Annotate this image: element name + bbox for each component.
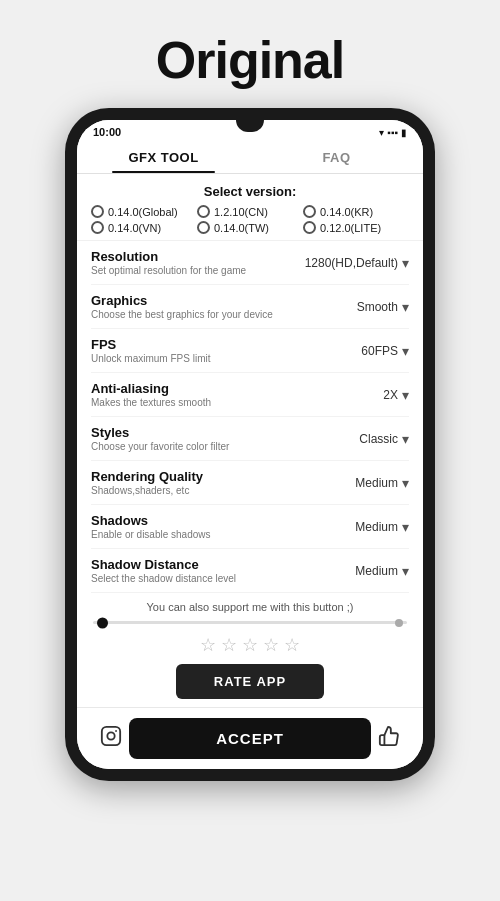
accept-button[interactable]: ACCEPT (129, 718, 371, 759)
setting-label-shadows: Shadows (91, 513, 355, 528)
settings-list: Resolution Set optimal resolution for th… (77, 241, 423, 593)
styles-dropdown-icon: ▾ (402, 431, 409, 447)
radio-3[interactable] (91, 221, 104, 234)
antialiasing-value-text: 2X (383, 388, 398, 402)
star-1[interactable]: ☆ (200, 634, 216, 656)
shadow-distance-dropdown-icon: ▾ (402, 563, 409, 579)
rate-btn-row: RATE APP (77, 662, 423, 707)
version-title: Select version: (91, 184, 409, 199)
page-title: Original (156, 30, 344, 90)
tab-gfx-tool[interactable]: GFX TOOL (77, 140, 250, 173)
version-label-4: 0.14.0(TW) (214, 222, 269, 234)
graphics-value-text: Smooth (357, 300, 398, 314)
setting-label-styles: Styles (91, 425, 359, 440)
setting-desc-antialiasing: Makes the textures smooth (91, 397, 383, 408)
setting-row-fps: FPS Unlock maximum FPS limit 60FPS ▾ (91, 329, 409, 373)
slider-thumb-right (395, 619, 403, 627)
wifi-icon: ▾ (379, 127, 384, 138)
antialiasing-dropdown-icon: ▾ (402, 387, 409, 403)
setting-row-shadows: Shadows Enable or disable shadows Medium… (91, 505, 409, 549)
version-option-0[interactable]: 0.14.0(Global) (91, 205, 197, 218)
setting-label-resolution: Resolution (91, 249, 305, 264)
svg-point-1 (107, 732, 114, 739)
phone-frame: 10:00 ▾ ▪▪▪ ▮ GFX TOOL FAQ Select versio… (65, 108, 435, 781)
thumbs-up-icon[interactable] (371, 725, 407, 752)
setting-label-antialiasing: Anti-aliasing (91, 381, 383, 396)
signal-icon: ▪▪▪ (387, 127, 398, 138)
star-2[interactable]: ☆ (221, 634, 237, 656)
version-option-3[interactable]: 0.14.0(VN) (91, 221, 197, 234)
star-5[interactable]: ☆ (284, 634, 300, 656)
version-option-5[interactable]: 0.12.0(LITE) (303, 221, 409, 234)
version-option-4[interactable]: 0.14.0(TW) (197, 221, 303, 234)
resolution-value-text: 1280(HD,Default) (305, 256, 398, 270)
rate-app-button[interactable]: RATE APP (176, 664, 324, 699)
version-option-1[interactable]: 1.2.10(CN) (197, 205, 303, 218)
radio-0[interactable] (91, 205, 104, 218)
tab-faq[interactable]: FAQ (250, 140, 423, 173)
status-icons: ▾ ▪▪▪ ▮ (379, 127, 407, 138)
fps-dropdown-icon: ▾ (402, 343, 409, 359)
resolution-dropdown-icon: ▾ (402, 255, 409, 271)
version-label-0: 0.14.0(Global) (108, 206, 178, 218)
setting-desc-shadows: Enable or disable shadows (91, 529, 355, 540)
radio-2[interactable] (303, 205, 316, 218)
version-section: Select version: 0.14.0(Global) 1.2.10(CN… (77, 174, 423, 241)
setting-row-shadow-distance: Shadow Distance Select the shadow distan… (91, 549, 409, 593)
setting-desc-graphics: Choose the best graphics for your device (91, 309, 357, 320)
shadow-distance-value-text: Medium (355, 564, 398, 578)
graphics-dropdown-icon: ▾ (402, 299, 409, 315)
radio-1[interactable] (197, 205, 210, 218)
rendering-dropdown-icon: ▾ (402, 475, 409, 491)
setting-value-styles[interactable]: Classic ▾ (359, 431, 409, 447)
version-label-1: 1.2.10(CN) (214, 206, 268, 218)
setting-label-shadow-distance: Shadow Distance (91, 557, 355, 572)
setting-value-shadows[interactable]: Medium ▾ (355, 519, 409, 535)
slider-thumb[interactable] (97, 617, 108, 628)
setting-row-styles: Styles Choose your favorite color filter… (91, 417, 409, 461)
setting-value-rendering[interactable]: Medium ▾ (355, 475, 409, 491)
support-text: You can also support me with this button… (77, 593, 423, 617)
battery-icon: ▮ (401, 127, 407, 138)
version-option-2[interactable]: 0.14.0(KR) (303, 205, 409, 218)
setting-value-fps[interactable]: 60FPS ▾ (361, 343, 409, 359)
setting-value-graphics[interactable]: Smooth ▾ (357, 299, 409, 315)
setting-desc-shadow-distance: Select the shadow distance level (91, 573, 355, 584)
version-label-3: 0.14.0(VN) (108, 222, 161, 234)
status-time: 10:00 (93, 126, 121, 138)
fps-value-text: 60FPS (361, 344, 398, 358)
svg-point-2 (115, 730, 117, 732)
setting-desc-styles: Choose your favorite color filter (91, 441, 359, 452)
setting-row-resolution: Resolution Set optimal resolution for th… (91, 241, 409, 285)
setting-value-antialiasing[interactable]: 2X ▾ (383, 387, 409, 403)
instagram-icon[interactable] (93, 725, 129, 752)
setting-label-graphics: Graphics (91, 293, 357, 308)
radio-5[interactable] (303, 221, 316, 234)
setting-row-graphics: Graphics Choose the best graphics for yo… (91, 285, 409, 329)
svg-rect-0 (102, 727, 120, 745)
rendering-value-text: Medium (355, 476, 398, 490)
setting-label-rendering: Rendering Quality (91, 469, 355, 484)
shadows-value-text: Medium (355, 520, 398, 534)
version-label-5: 0.12.0(LITE) (320, 222, 381, 234)
setting-value-resolution[interactable]: 1280(HD,Default) ▾ (305, 255, 409, 271)
setting-label-fps: FPS (91, 337, 361, 352)
version-grid: 0.14.0(Global) 1.2.10(CN) 0.14.0(KR) 0.1… (91, 205, 409, 234)
star-3[interactable]: ☆ (242, 634, 258, 656)
slider-row[interactable] (77, 617, 423, 630)
version-label-2: 0.14.0(KR) (320, 206, 373, 218)
setting-desc-rendering: Shadows,shaders, etc (91, 485, 355, 496)
star-4[interactable]: ☆ (263, 634, 279, 656)
status-bar: 10:00 ▾ ▪▪▪ ▮ (77, 120, 423, 140)
setting-value-shadow-distance[interactable]: Medium ▾ (355, 563, 409, 579)
notch (236, 120, 264, 132)
radio-4[interactable] (197, 221, 210, 234)
slider-track[interactable] (93, 621, 407, 624)
phone-screen: 10:00 ▾ ▪▪▪ ▮ GFX TOOL FAQ Select versio… (77, 120, 423, 769)
setting-desc-fps: Unlock maximum FPS limit (91, 353, 361, 364)
styles-value-text: Classic (359, 432, 398, 446)
setting-row-antialiasing: Anti-aliasing Makes the textures smooth … (91, 373, 409, 417)
stars-row[interactable]: ☆ ☆ ☆ ☆ ☆ (77, 630, 423, 662)
bottom-bar: ACCEPT (77, 707, 423, 769)
setting-desc-resolution: Set optimal resolution for the game (91, 265, 305, 276)
